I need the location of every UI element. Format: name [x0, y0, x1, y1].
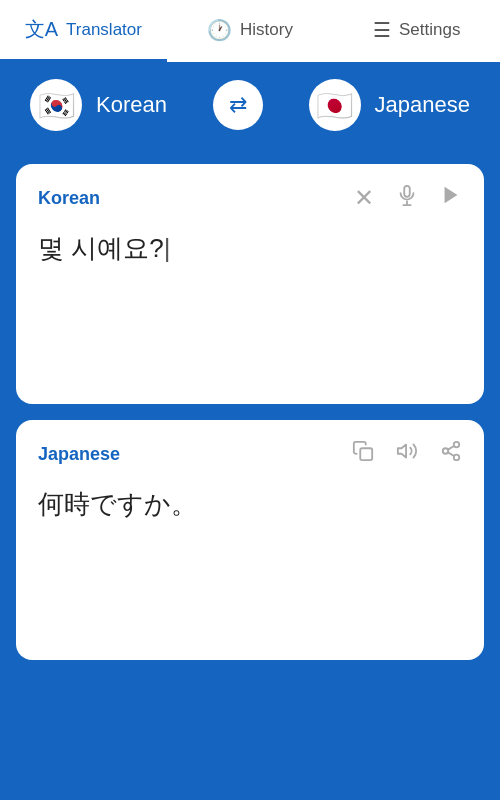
share-button[interactable]	[440, 440, 462, 468]
svg-marker-5	[398, 445, 406, 458]
target-flag: 🇯🇵	[309, 79, 361, 131]
target-language-selector[interactable]: 🇯🇵 Japanese	[309, 79, 470, 131]
target-lang-name: Japanese	[375, 92, 470, 118]
history-icon: 🕐	[207, 18, 232, 42]
source-language-selector[interactable]: 🇰🇷 Korean	[30, 79, 167, 131]
source-text[interactable]: 몇 시예요?	[38, 230, 462, 266]
language-bar: 🇰🇷 Korean ⇄ 🇯🇵 Japanese	[0, 64, 500, 146]
speaker-button[interactable]	[396, 440, 418, 468]
svg-rect-0	[404, 186, 410, 197]
submit-button[interactable]	[440, 184, 462, 212]
tab-translator-label: Translator	[66, 20, 142, 40]
svg-rect-4	[360, 448, 372, 460]
copy-button[interactable]	[352, 440, 374, 468]
target-text: 何時ですか。	[38, 486, 462, 522]
source-flag: 🇰🇷	[30, 79, 82, 131]
swap-languages-button[interactable]: ⇄	[213, 80, 263, 130]
source-card-lang-label: Korean	[38, 188, 100, 209]
svg-marker-3	[445, 187, 458, 204]
tab-settings[interactable]: ☰ Settings	[333, 0, 500, 62]
translator-icon: 文A	[25, 16, 58, 43]
target-card-lang-label: Japanese	[38, 444, 120, 465]
microphone-button[interactable]	[396, 184, 418, 212]
source-card-actions: ✕	[354, 184, 462, 212]
target-card-actions	[352, 440, 462, 468]
source-lang-name: Korean	[96, 92, 167, 118]
tab-translator[interactable]: 文A Translator	[0, 0, 167, 62]
tab-bar: 文A Translator 🕐 History ☰ Settings	[0, 0, 500, 64]
target-card-header: Japanese	[38, 440, 462, 468]
source-card: Korean ✕ 몇 시예요?	[16, 164, 484, 404]
main-content: Korean ✕ 몇 시예요?	[0, 146, 500, 678]
svg-line-9	[448, 452, 454, 456]
target-card: Japanese	[16, 420, 484, 660]
source-card-header: Korean ✕	[38, 184, 462, 212]
tab-history-label: History	[240, 20, 293, 40]
tab-settings-label: Settings	[399, 20, 460, 40]
swap-icon: ⇄	[229, 92, 247, 118]
settings-icon: ☰	[373, 18, 391, 42]
svg-line-10	[448, 446, 454, 450]
clear-button[interactable]: ✕	[354, 184, 374, 212]
tab-history[interactable]: 🕐 History	[167, 0, 334, 62]
